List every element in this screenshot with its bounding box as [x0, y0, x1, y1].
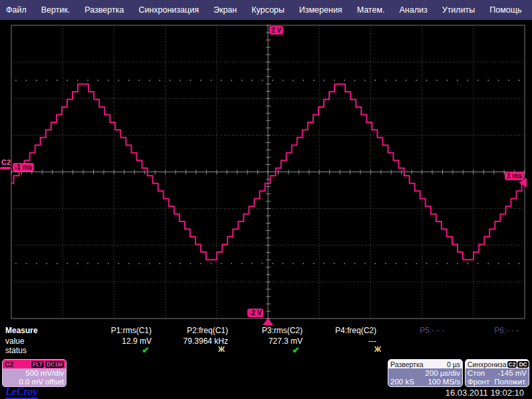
right-time-label: 1 ms [505, 172, 524, 180]
level-indicator-dot [436, 263, 438, 264]
measure-param-label-p3: P3:rms(C2) [223, 326, 303, 335]
level-indicator-dot [416, 80, 417, 81]
level-indicator-dot [251, 263, 253, 264]
left-time-label: -1 ms [13, 163, 34, 172]
level-indicator-dot [138, 80, 140, 81]
level-indicator-dot [487, 263, 489, 264]
level-indicator-dot [519, 263, 520, 264]
timebase-descriptor[interactable]: Развертка 0 µs 200 µs/div 200 kS 100 MS/… [388, 359, 463, 387]
timebase-title: Развертка [390, 360, 424, 368]
measure-panel: Measure value status P1:rms(C1)12.9 mV✔P… [0, 325, 532, 358]
value-row-title: value [5, 336, 25, 346]
measure-param-label-p5: P5:- - - [364, 326, 444, 335]
timebase-scale: 200 µs/div [425, 369, 460, 377]
level-indicator-dot [77, 263, 78, 264]
level-indicator-dot [416, 263, 417, 264]
level-indicator-dot [241, 263, 243, 264]
level-indicator-dot [118, 263, 120, 264]
channel-scale: 500 mV/div [25, 369, 64, 377]
level-indicator-dot [436, 80, 438, 81]
level-indicator-dot [354, 80, 356, 81]
level-indicator-dot [303, 263, 304, 264]
level-indicator-dot [313, 80, 315, 81]
channel-zero-marker[interactable] [0, 167, 11, 170]
level-indicator-dot [200, 80, 201, 81]
bottom-voltage-label: -2 V [247, 309, 263, 317]
level-indicator-dot [293, 80, 294, 81]
level-indicator-dot [26, 80, 27, 81]
level-indicator-dot [128, 80, 130, 81]
status-warn-icon: Ж [218, 345, 225, 353]
level-indicator-dot [519, 80, 520, 81]
level-indicator-dot [128, 263, 130, 264]
level-indicator-dot [190, 263, 192, 264]
trigger-descriptor[interactable]: Синхрониза C2 DC Стоп -145 mV Фронт Поло… [465, 359, 529, 387]
level-indicator-dot [406, 80, 407, 81]
level-indicator-dot [508, 80, 509, 81]
level-indicator-dot [26, 263, 27, 264]
measure-value-p3: 727.3 mV [223, 336, 303, 346]
level-indicator-dot [364, 80, 366, 81]
filter-badge: FLT [31, 361, 44, 368]
level-indicator-dot [46, 80, 47, 81]
level-indicator-dot [354, 263, 356, 264]
level-indicator-dot [303, 80, 304, 81]
level-indicator-dot [149, 263, 150, 264]
level-indicator-dot [395, 263, 396, 264]
level-indicator-dot [46, 263, 47, 264]
level-indicator-dot [15, 80, 17, 81]
level-indicator-dot [149, 80, 150, 81]
level-indicator-dot [170, 80, 171, 81]
timebase-samples: 200 kS [390, 378, 414, 386]
level-indicator-dot [36, 80, 37, 81]
level-indicator-dot [180, 80, 181, 81]
level-indicator-dot [344, 80, 345, 81]
datetime-display: 16.03.2011 19:02:10 [446, 388, 524, 398]
level-indicator-dot [180, 263, 181, 264]
level-indicator-dot [251, 80, 253, 81]
level-indicator-dot [138, 263, 140, 264]
level-indicator-dot [293, 263, 294, 264]
channel-c2-descriptor[interactable]: C2 FLT DC1M 500 mV/div 0.0 mV offset [2, 359, 66, 387]
level-indicator-dot [508, 263, 509, 264]
level-indicator-dot [487, 80, 489, 81]
level-indicator-dot [395, 80, 396, 81]
level-indicator-dot [272, 263, 273, 264]
measure-param-label-p2: P2:freq(C1) [148, 326, 228, 335]
level-indicator-dot [231, 80, 232, 81]
level-indicator-dot [385, 263, 386, 264]
level-indicator-dot [334, 80, 335, 81]
level-indicator-dot [77, 80, 78, 81]
level-indicator-dot [210, 80, 211, 81]
level-indicator-dot [385, 80, 386, 81]
level-indicator-dot [57, 80, 58, 81]
level-indicator-dot [477, 263, 479, 264]
trigger-slope-label: Фронт [467, 378, 489, 386]
channel-indicator-label: C2 [1, 158, 11, 166]
coupling-badge: DC1M [45, 361, 64, 368]
level-indicator-dot [200, 263, 201, 264]
level-indicator-dot [406, 263, 407, 264]
channel-name: C2 [5, 360, 13, 368]
level-indicator-dot [375, 263, 376, 264]
level-indicator-dot [447, 80, 448, 81]
oscilloscope-screen: ФайлВертик.РазверткаСинхронизацияЭкранКу… [0, 0, 532, 399]
top-voltage-label: 2 V [269, 26, 283, 35]
level-indicator-dot [221, 80, 222, 81]
level-indicator-dot [87, 263, 88, 264]
level-indicator-dot [87, 80, 88, 81]
measure-param-label-p1: P1:rms(C1) [72, 326, 152, 335]
level-indicator-dot [467, 263, 468, 264]
trigger-title: Синхрониза [467, 360, 507, 368]
level-indicator-dot [66, 263, 68, 264]
level-indicator-dot [467, 80, 468, 81]
level-indicator-dot [447, 263, 448, 264]
level-indicator-dot [457, 263, 458, 264]
status-warn-icon: Ж [374, 345, 381, 353]
measure-row-title: Measure [5, 326, 38, 335]
level-indicator-dot [159, 263, 160, 264]
trigger-coupling-badge: DC [517, 361, 528, 368]
level-indicator-dot [262, 80, 263, 81]
measure-param-label-p6: P6:- - - [439, 326, 519, 335]
trigger-level: -145 mV [498, 369, 527, 377]
